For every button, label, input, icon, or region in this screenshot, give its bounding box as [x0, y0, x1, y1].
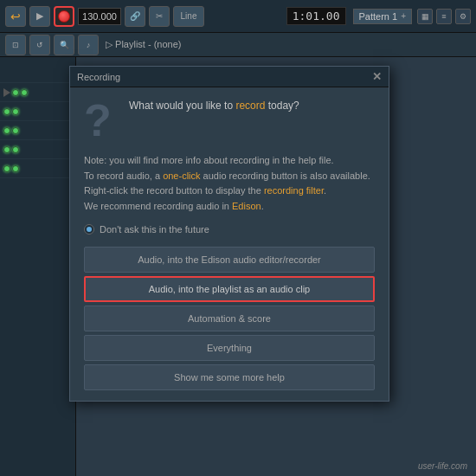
track-row-5 [0, 159, 75, 178]
dialog-body: ? What would you like to record today? N… [70, 87, 389, 401]
led-9 [3, 165, 10, 172]
led-8 [12, 146, 19, 153]
line-selector[interactable]: Line [173, 6, 204, 27]
piano-icon-button[interactable]: ≡ [436, 9, 452, 24]
track-row-2 [0, 102, 75, 121]
recording-dialog: Recording ✕ ? What would you like to rec… [69, 66, 389, 402]
link-icon-button[interactable]: 🔗 [125, 6, 145, 27]
record-dot-icon [58, 10, 70, 23]
dialog-header-row: ? What would you like to record today? [84, 98, 375, 143]
second-toolbar: ⊡ ↺ 🔍 ♪ ▷ Playlist - (none) [0, 33, 476, 57]
tool2-button[interactable]: ↺ [29, 35, 50, 55]
tool1-button[interactable]: ⊡ [5, 35, 26, 55]
led-2 [21, 89, 28, 96]
recording-filter-highlight: recording filter [264, 185, 324, 196]
btn-edison[interactable]: Audio, into the Edison audio editor/reco… [84, 247, 375, 273]
one-click-highlight: one-click [163, 170, 200, 181]
led-4 [12, 108, 19, 115]
dialog-question: What would you like to record today? [129, 98, 299, 113]
settings-icon: ⚙ [460, 12, 466, 21]
top-toolbar: ↩ ▶ 130.000 🔗 ✂ Line 1:01.00 Pattern 1 +… [0, 0, 476, 33]
dialog-buttons: Audio, into the Edison audio editor/reco… [84, 247, 375, 390]
dialog-title: Recording [77, 72, 120, 82]
question-mark-icon: ? [84, 98, 119, 143]
piano-icon: ≡ [441, 12, 446, 21]
dialog-close-button[interactable]: ✕ [372, 70, 382, 83]
note-line-3: Right-click the record button to display… [84, 183, 375, 199]
main-area: Recording ✕ ? What would you like to rec… [0, 57, 476, 476]
track-row-3 [0, 121, 75, 140]
playlist-label: ▷ Playlist - (none) [106, 39, 181, 50]
led-5 [3, 127, 10, 134]
back-button[interactable]: ↩ [5, 6, 26, 27]
btn-everything[interactable]: Everything [84, 335, 375, 361]
watermark: user-life.com [418, 461, 467, 471]
note-line-4: We recommend recording audio in Edison. [84, 199, 375, 215]
tool3-button[interactable]: 🔍 [54, 35, 74, 55]
led-7 [3, 146, 10, 153]
tempo-display[interactable]: 130.000 [78, 8, 121, 25]
led-10 [12, 165, 19, 172]
dont-ask-checkbox[interactable] [84, 224, 94, 235]
record-button[interactable] [54, 6, 74, 27]
led-6 [12, 127, 19, 134]
grid-icon: ▦ [421, 12, 429, 21]
play-button[interactable]: ▶ [29, 6, 50, 27]
dialog-titlebar: Recording ✕ [70, 67, 389, 87]
btn-playlist[interactable]: Audio, into the playlist as an audio cli… [84, 276, 375, 302]
tool4-button[interactable]: ♪ [78, 35, 99, 55]
pattern-selector[interactable]: Pattern 1 + [353, 9, 412, 24]
led-1 [12, 89, 19, 96]
record-highlight: record [235, 100, 265, 112]
dont-ask-row[interactable]: Don't ask this in the future [84, 224, 375, 235]
note-line-2: To record audio, a one-click audio recor… [84, 169, 375, 184]
dialog-notes: Note: you will find more info about reco… [84, 153, 375, 214]
btn-help[interactable]: Show me some more help [84, 364, 375, 390]
link-icon: 🔗 [130, 11, 140, 21]
settings-icon-button[interactable]: ⚙ [455, 9, 471, 24]
track-row-4 [0, 140, 75, 159]
track-row-1 [0, 83, 75, 102]
led-3 [3, 108, 10, 115]
btn-automation[interactable]: Automation & score [84, 306, 375, 331]
left-sidebar [0, 57, 76, 476]
play-arrow-icon [3, 88, 10, 97]
grid-icon-button[interactable]: ▦ [417, 9, 433, 24]
time-display: 1:01.00 [286, 7, 346, 25]
dont-ask-label: Don't ask this in the future [100, 224, 209, 235]
scissors-icon-button[interactable]: ✂ [149, 6, 170, 27]
scissors-icon: ✂ [156, 11, 163, 21]
note-line-1: Note: you will find more info about reco… [84, 153, 375, 169]
edison-highlight: Edison [232, 201, 261, 211]
